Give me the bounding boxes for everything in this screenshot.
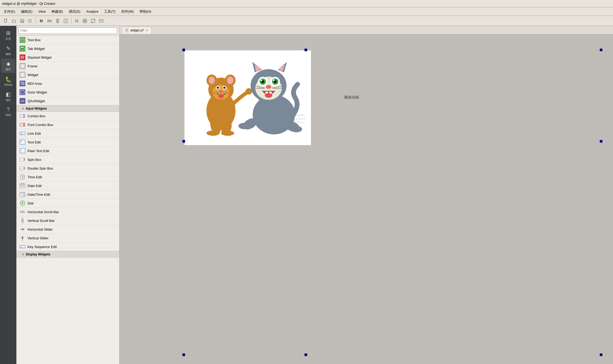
svg-point-116 [221, 130, 234, 136]
activity-help[interactable]: ? 帮助 [1, 105, 15, 119]
sel-handle-topright [600, 49, 602, 51]
activity-debug[interactable]: 🐛 Debug [1, 74, 15, 88]
svg-rect-25 [21, 38, 24, 42]
toolbar [0, 16, 613, 26]
display-widgets-header[interactable]: ▼ Display Widgets [16, 251, 119, 258]
widget-item-dateedit[interactable]: Date Edit [16, 181, 119, 190]
toolbar-info-btn[interactable] [98, 17, 105, 24]
widget-item-widget[interactable]: Widget [16, 71, 119, 79]
timeedit-label: Time Edit [27, 175, 42, 179]
toolbar-pause-btn[interactable] [38, 17, 45, 24]
svg-point-78 [22, 202, 23, 204]
datetimeedit-icon [20, 192, 25, 197]
combobox-icon [20, 113, 25, 119]
menu-analyze[interactable]: Analyze [84, 8, 101, 15]
widget-item-lineedit[interactable]: abc Line Edit [16, 129, 119, 138]
svg-point-133 [273, 80, 275, 81]
edit-icon: ✎ [6, 45, 11, 52]
menu-build[interactable]: 构建(B) [49, 8, 66, 15]
toolbar-layout-h-btn[interactable] [46, 17, 53, 24]
widget-item-vscrollbar[interactable]: Vertical Scroll Bar [16, 216, 119, 225]
activity-project[interactable]: ◧ 项目 [1, 89, 15, 104]
widget-item-plaintextedit[interactable]: AI Plain Text Edit [16, 147, 119, 155]
menu-edit[interactable]: 编辑(E) [18, 8, 35, 15]
toolbar-layout-v-btn[interactable] [54, 17, 61, 24]
activity-bar: ⊞ 欢迎 ✎ 编辑 ◈ 设计 🐛 Debug ◧ 项目 ? 帮助 [0, 26, 16, 364]
widget-item-spinbox[interactable]: 1 Spin Box [16, 155, 119, 164]
svg-text:F: F [20, 124, 22, 126]
widget-item-doublespinbox[interactable]: 1.2 Double Spin Box [16, 164, 119, 173]
toolbar-saveall-btn[interactable] [27, 17, 34, 24]
dial-label: Dial [27, 201, 33, 205]
combobox-label: Combo Box [27, 114, 45, 118]
welcome-icon: ⊞ [6, 30, 11, 36]
doublespinbox-icon: 1.2 [20, 165, 25, 171]
menu-file[interactable]: 文件(E) [1, 8, 18, 15]
widget-item-frame[interactable]: Frame [16, 62, 119, 71]
textedit-label: Text Edit [27, 140, 41, 144]
keyseqedit-label: Key Sequence Edit [27, 245, 57, 249]
svg-line-64 [22, 177, 24, 178]
svg-text:AI: AI [20, 140, 22, 142]
menu-help[interactable]: 帮助(H) [137, 8, 154, 15]
svg-text:1: 1 [20, 159, 21, 161]
toolbar-grid2-btn[interactable] [81, 17, 89, 24]
toolbar-save-btn[interactable] [19, 17, 26, 24]
fontcombobox-icon: F [20, 122, 25, 128]
widget-item-combobox[interactable]: Combo Box [16, 112, 119, 120]
svg-point-99 [227, 77, 233, 84]
tab-close-btn[interactable]: ✕ [146, 29, 148, 32]
widget-item-tabwidget[interactable]: Tab Widget [16, 44, 119, 53]
widget-item-fontcombobox[interactable]: F Font Combo Box [16, 120, 119, 129]
widget-item-vslider[interactable]: Vertical Slider [16, 234, 119, 242]
toolbar-resize-btn[interactable] [89, 17, 97, 24]
tab-widget-ui[interactable]: widget.ui* ✕ [122, 27, 152, 34]
widget-item-dial[interactable]: Dial [16, 199, 119, 208]
fontcombobox-label: Font Combo Box [27, 123, 53, 127]
filter-input[interactable] [19, 27, 117, 34]
menu-tools[interactable]: 工具(T) [102, 8, 118, 15]
widget-item-hslider[interactable]: Horizontal Slider [16, 225, 119, 234]
tab-label: widget.ui* [130, 29, 144, 32]
mdiarea-icon [20, 81, 25, 86]
toolbar-sep-2 [71, 18, 71, 24]
toolbar-grid-btn[interactable] [73, 17, 80, 24]
widget-item-qaxwidget[interactable]: AX QAxWidget [16, 97, 119, 105]
toolbox-label: Tool Box [27, 38, 41, 42]
input-widgets-header[interactable]: ▼ Input Widgets [16, 105, 119, 112]
svg-line-147 [296, 119, 306, 119]
activity-design[interactable]: ◈ 设计 [1, 59, 15, 73]
svg-rect-10 [48, 21, 51, 22]
widget-item-stacked[interactable]: Stacked Widget [16, 53, 119, 62]
toolbar-new-btn[interactable] [2, 17, 10, 24]
activity-welcome[interactable]: ⊞ 欢迎 [1, 28, 15, 42]
widget-item-mdiarea[interactable]: MDI Area [16, 79, 119, 88]
activity-edit[interactable]: ✎ 编辑 [1, 43, 15, 58]
toolbar-open-btn[interactable] [10, 17, 18, 24]
menu-debug[interactable]: 调试(D) [66, 8, 83, 15]
widget-item-hscrollbar[interactable]: Horizontal Scroll Bar [16, 208, 119, 216]
widget-item-toolbox[interactable]: Tool Box [16, 36, 119, 44]
vslider-label: Vertical Slider [27, 236, 48, 240]
play-label: 播放动画 [344, 95, 359, 100]
widget-icon [20, 72, 25, 78]
sel-handle-bottomleft [182, 353, 185, 356]
help-icon: ? [7, 106, 10, 113]
tabwidget-label: Tab Widget [27, 47, 45, 51]
tom-jerry-widget[interactable] [184, 50, 311, 145]
title-bar: widget.ui @ myWidget - Qt Creator [0, 0, 613, 7]
widget-item-timeedit[interactable]: Time Edit [16, 173, 119, 181]
svg-rect-38 [21, 90, 24, 91]
widget-item-datetimeedit[interactable]: Date/Time Edit [16, 190, 119, 199]
vscrollbar-icon [20, 218, 25, 223]
menu-view[interactable]: View [36, 8, 48, 15]
toolbar-layout-split-btn[interactable] [62, 17, 70, 24]
widget-item-keyseqedit[interactable]: abc Key Sequence Edit [16, 242, 119, 251]
timeedit-icon [20, 174, 25, 180]
menu-widgets[interactable]: 控件(W) [119, 8, 136, 15]
hslider-icon [20, 226, 25, 232]
widget-item-textedit[interactable]: AI Text Edit [16, 138, 119, 147]
widget-item-dockwidget[interactable]: Dock Widget [16, 88, 119, 97]
svg-point-144 [238, 123, 250, 129]
canvas-content[interactable]: 播放动画 [119, 34, 613, 364]
